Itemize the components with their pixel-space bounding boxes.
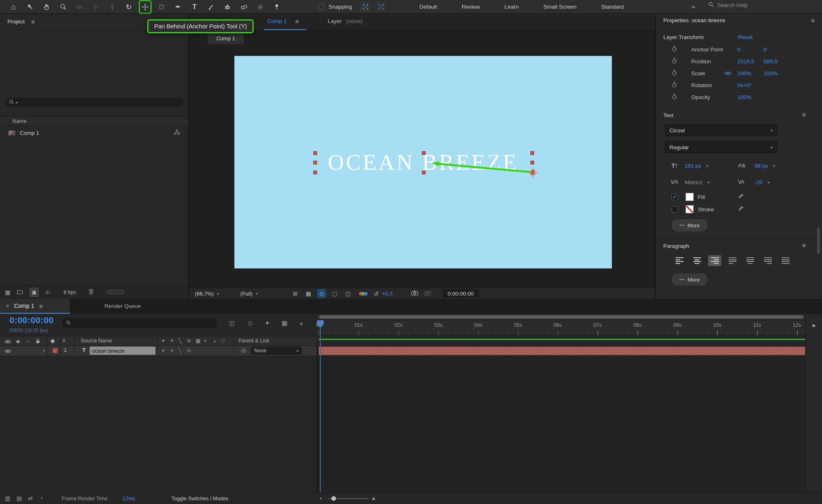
zoom-tool-icon[interactable] — [58, 1, 68, 13]
media-icon[interactable]: ılı — [45, 290, 50, 295]
layer-duration-bar[interactable] — [319, 347, 805, 355]
fill-color-swatch[interactable] — [685, 193, 694, 201]
project-panel-tab[interactable]: Project — [7, 18, 25, 25]
label-column-icon[interactable] — [50, 339, 55, 343]
rectangle-tool-icon[interactable]: □ — [156, 1, 167, 13]
scale-x-value[interactable]: 100% — [737, 70, 752, 76]
parent-link-column-header[interactable]: Parent & Link — [238, 338, 269, 344]
project-columns-header[interactable]: Name — [0, 116, 188, 126]
project-panel-menu-icon[interactable]: ≡ — [31, 18, 35, 25]
tracking-select[interactable]: -20▾ — [755, 179, 770, 185]
region-of-interest-icon[interactable]: ▢ — [330, 289, 339, 298]
composition-canvas[interactable]: OCEAN BREEZE — [234, 56, 612, 268]
orbit-camera-tool-icon[interactable] — [74, 1, 85, 13]
layer-row[interactable]: › 1 T ocean breeze ✦ ☀ ╲ fx ◎ None ▾ — [0, 346, 317, 356]
solo-icon[interactable]: ○ — [26, 338, 30, 344]
pan-behind-anchor-point-tool-icon[interactable] — [140, 1, 151, 13]
help-search-input[interactable] — [717, 2, 808, 8]
audio-speaker-icon[interactable] — [16, 339, 21, 345]
preview-timecode[interactable]: 0:00:00:00 — [442, 289, 479, 298]
stopwatch-icon[interactable] — [671, 81, 677, 89]
snap-to-edges-icon[interactable] — [360, 2, 370, 12]
justify-last-left-button[interactable] — [726, 255, 739, 266]
comp-marker-bin-icon[interactable]: ⚑ — [811, 324, 816, 329]
project-item-comp1[interactable]: Comp 1 — [0, 127, 188, 138]
paragraph-section-menu-icon[interactable]: ≡ — [802, 242, 806, 248]
stopwatch-icon[interactable] — [671, 46, 677, 53]
mask-path-visibility-icon[interactable]: ◇ — [317, 289, 326, 298]
number-column-header[interactable]: # — [63, 338, 65, 344]
workspace-overflow-icon[interactable]: » — [692, 3, 695, 9]
hand-tool-icon[interactable] — [41, 1, 52, 13]
stroke-color-swatch[interactable] — [685, 205, 694, 213]
exposure-value[interactable]: +0,0 — [382, 291, 393, 297]
workspace-learn[interactable]: Learn — [492, 0, 531, 14]
timeline-search[interactable] — [62, 318, 217, 328]
properties-panel-menu-icon[interactable]: ≡ — [811, 17, 815, 23]
new-folder-icon[interactable] — [17, 289, 23, 296]
timeline-zoom-thumb[interactable] — [331, 496, 336, 501]
source-name-column-header[interactable]: Source Name — [81, 338, 112, 344]
snapping-checkbox[interactable] — [318, 4, 324, 10]
text-more-button[interactable]: •••More — [671, 219, 708, 231]
layer-switches-pane-toggle-icon[interactable]: ▥ — [5, 495, 10, 501]
video-eye-icon[interactable] — [4, 339, 12, 345]
workspace-small-screen[interactable]: Small Screen — [531, 0, 589, 14]
font-style-select[interactable]: Regular▾ — [665, 141, 777, 153]
timeline-comp-tab[interactable]: × Comp 1 ≡ — [0, 299, 70, 314]
current-time-display[interactable]: 0:00:00:00 — [9, 315, 54, 325]
pen-tool-icon[interactable]: ✒ — [173, 1, 183, 13]
pan-camera-tool-icon[interactable] — [90, 1, 101, 13]
motion-blur-toggle-icon[interactable]: ◐ — [297, 319, 306, 328]
align-right-button[interactable] — [708, 255, 721, 266]
align-center-button[interactable] — [690, 255, 704, 266]
snap-beyond-edges-icon[interactable] — [376, 2, 386, 12]
color-depth-label[interactable]: 8 bpc — [64, 289, 76, 295]
render-queue-tab[interactable]: Render Queue — [104, 303, 141, 309]
interpret-footage-icon[interactable]: ▦ — [5, 289, 10, 295]
close-icon[interactable]: × — [6, 303, 9, 309]
reset-transform-button[interactable]: Reset — [738, 34, 753, 40]
shy-column-icon[interactable]: ✦ — [161, 338, 165, 344]
collapse-column-icon[interactable]: ☀ — [170, 338, 174, 344]
font-size-select[interactable]: 161 px▾ — [685, 163, 709, 169]
horizontal-scrollbar-thumb[interactable] — [106, 290, 124, 294]
name-column-header[interactable]: Name — [12, 118, 27, 124]
layer-expander-icon[interactable]: › — [43, 347, 45, 353]
anchor-point-y-value[interactable]: 0 — [764, 46, 767, 52]
layer-fx-switch[interactable]: fx — [187, 348, 191, 354]
render-time-pane-toggle-icon[interactable]: ◔ — [39, 495, 43, 501]
rotation-value[interactable]: 0x+0° — [737, 82, 752, 88]
stopwatch-icon[interactable] — [671, 58, 677, 65]
reset-exposure-icon[interactable]: ↺ — [373, 291, 379, 297]
transfer-controls-pane-toggle-icon[interactable]: ▤ — [16, 495, 22, 501]
motion-blur-column-icon[interactable]: ◐ — [204, 338, 207, 344]
eyedropper-icon[interactable] — [738, 193, 744, 201]
project-search-input[interactable] — [19, 99, 179, 105]
viewer-panel-menu-icon[interactable]: ≡ — [295, 18, 299, 24]
align-left-button[interactable] — [673, 255, 686, 266]
leading-select[interactable]: 98 px▾ — [755, 163, 775, 169]
lock-icon[interactable] — [35, 338, 40, 345]
project-search[interactable]: ▾ — [5, 98, 183, 107]
type-tool-icon[interactable]: T — [189, 1, 200, 13]
layer-label-color-swatch[interactable] — [53, 348, 58, 353]
workspace-standard[interactable]: Standard — [589, 0, 636, 14]
shy-toggle-icon[interactable]: ✦ — [263, 319, 272, 328]
kerning-select[interactable]: Metrics▾ — [685, 179, 710, 185]
brush-tool-icon[interactable] — [206, 1, 216, 13]
layer-name[interactable]: ocean breeze — [90, 347, 155, 355]
justify-last-center-button[interactable] — [743, 255, 757, 266]
comp-tab[interactable]: Comp 1 — [208, 32, 244, 44]
layer-collapse-switch[interactable]: ☀ — [170, 348, 174, 354]
flowchart-icon[interactable] — [174, 129, 180, 136]
draft-3d-icon[interactable]: ◇ — [245, 319, 255, 328]
justify-all-button[interactable] — [779, 255, 792, 266]
comp-mini-flowchart-icon[interactable]: ◫ — [227, 319, 236, 328]
justify-last-right-button[interactable] — [761, 255, 774, 266]
vertical-scrollbar-thumb[interactable] — [817, 227, 820, 254]
anchor-point-x-value[interactable]: 0 — [737, 46, 741, 52]
font-family-select[interactable]: Cinzel▾ — [665, 125, 777, 136]
layer-panel-tab[interactable]: Layer — [328, 18, 342, 24]
opacity-value[interactable]: 100% — [737, 94, 752, 100]
